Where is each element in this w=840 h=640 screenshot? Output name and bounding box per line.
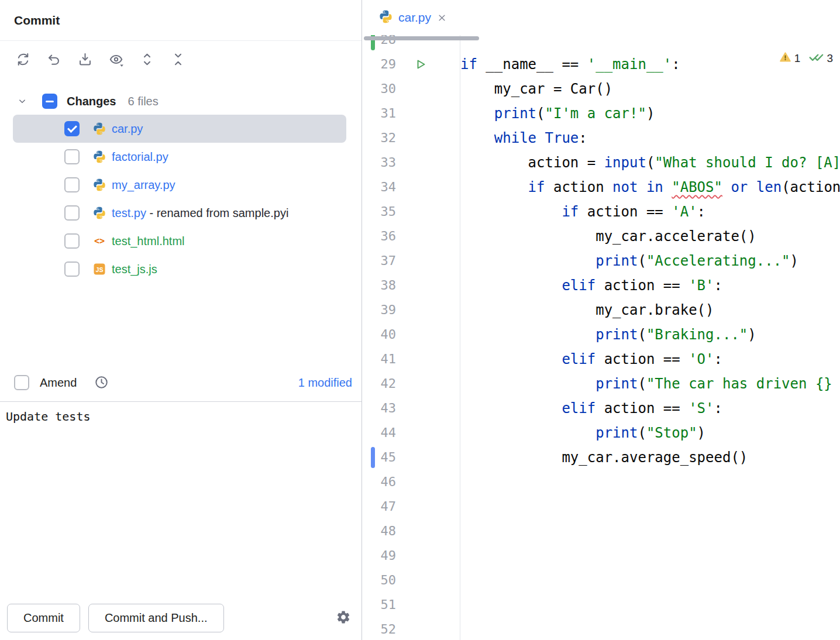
gutter[interactable]: 29 — [362, 52, 460, 77]
line-number[interactable]: 40 — [362, 322, 396, 347]
gutter[interactable]: 52 — [362, 617, 460, 640]
inspection-widget[interactable]: 1 3 — [779, 49, 833, 67]
line-number[interactable]: 32 — [362, 126, 396, 150]
gutter[interactable]: 34 — [362, 175, 460, 199]
warnings-badge[interactable]: 1 — [779, 51, 801, 66]
gutter[interactable]: 36 — [362, 224, 460, 249]
code-line-39[interactable]: 39 my_car.brake() — [362, 298, 840, 322]
line-number[interactable]: 44 — [362, 421, 396, 445]
code-line-41[interactable]: 41 elif action == 'O': — [362, 347, 840, 371]
gutter[interactable]: 41 — [362, 347, 460, 371]
run-icon[interactable] — [414, 57, 428, 71]
file-checkbox[interactable] — [64, 177, 80, 192]
file-row[interactable]: test_html.html — [13, 227, 346, 255]
chevron-down-icon[interactable] — [16, 95, 28, 107]
line-number[interactable]: 47 — [362, 494, 396, 519]
line-number[interactable]: 33 — [362, 150, 396, 175]
file-checkbox[interactable] — [64, 121, 80, 136]
gutter[interactable]: 44 — [362, 421, 460, 445]
code-line-33[interactable]: 33 action = input("What should I do? [A] — [362, 150, 840, 175]
tab-close-icon[interactable] — [436, 12, 447, 23]
line-number[interactable]: 52 — [362, 617, 396, 640]
file-row[interactable]: factorial.py — [13, 143, 346, 171]
gutter[interactable]: 50 — [362, 568, 460, 593]
code-line-38[interactable]: 38 elif action == 'B': — [362, 273, 840, 298]
file-row[interactable]: test_js.js — [13, 255, 346, 283]
gutter[interactable]: 43 — [362, 396, 460, 421]
code-line-31[interactable]: 31 print("I'm a car!") — [362, 101, 840, 126]
line-number[interactable]: 37 — [362, 249, 396, 273]
changes-group-row[interactable]: Changes 6 files — [0, 88, 362, 115]
passed-badge[interactable]: 3 — [808, 49, 833, 67]
line-number[interactable]: 41 — [362, 347, 396, 371]
file-checkbox[interactable] — [64, 261, 80, 277]
file-row[interactable]: my_array.py — [13, 171, 346, 199]
commit-and-push-button[interactable]: Commit and Push... — [88, 604, 224, 632]
line-number[interactable]: 51 — [362, 593, 396, 617]
line-number[interactable]: 50 — [362, 568, 396, 593]
code-line-51[interactable]: 51 — [362, 593, 840, 617]
code-line-48[interactable]: 48 — [362, 519, 840, 543]
line-number[interactable]: 35 — [362, 199, 396, 224]
file-row[interactable]: car.py — [13, 115, 346, 143]
gutter[interactable]: 48 — [362, 519, 460, 543]
gutter[interactable]: 38 — [362, 273, 460, 298]
code-line-40[interactable]: 40 print("Braking...") — [362, 322, 840, 347]
gutter[interactable]: 35 — [362, 199, 460, 224]
code-line-36[interactable]: 36 my_car.accelerate() — [362, 224, 840, 249]
line-number[interactable]: 48 — [362, 519, 396, 543]
collapse-all-icon[interactable] — [169, 50, 187, 68]
file-checkbox[interactable] — [64, 149, 80, 164]
code-line-37[interactable]: 37 print("Accelerating...") — [362, 249, 840, 273]
gutter[interactable]: 45 — [362, 445, 460, 470]
code-line-34[interactable]: 34 if action not in "ABOS" or len(action — [362, 175, 840, 199]
code-line-45[interactable]: 45 my_car.average_speed() — [362, 445, 840, 470]
code-line-30[interactable]: 30 my_car = Car() — [362, 77, 840, 101]
changes-group-checkbox[interactable] — [42, 94, 57, 109]
line-number[interactable]: 29 — [362, 52, 396, 77]
line-number[interactable]: 45 — [362, 445, 396, 470]
code-line-47[interactable]: 47 — [362, 494, 840, 519]
commit-history-icon[interactable] — [93, 374, 109, 391]
file-row[interactable]: test.py - renamed from sample.pyi — [13, 199, 346, 227]
editor-tab-car-py[interactable]: car.py — [369, 0, 455, 35]
gutter[interactable]: 40 — [362, 322, 460, 347]
preview-diff-icon[interactable] — [107, 50, 125, 68]
code-line-32[interactable]: 32 while True: — [362, 126, 840, 150]
commit-message-input[interactable]: Update tests — [0, 401, 362, 604]
code-line-29[interactable]: 29if __name__ == '__main__': — [362, 52, 840, 77]
line-number[interactable]: 31 — [362, 101, 396, 126]
line-number[interactable]: 36 — [362, 224, 396, 249]
amend-checkbox[interactable] — [14, 375, 29, 390]
gutter[interactable]: 46 — [362, 470, 460, 494]
commit-button[interactable]: Commit — [7, 604, 80, 632]
line-number[interactable]: 42 — [362, 371, 396, 396]
gutter[interactable]: 51 — [362, 593, 460, 617]
code-line-46[interactable]: 46 — [362, 470, 840, 494]
refresh-icon[interactable] — [14, 50, 32, 68]
gutter[interactable]: 33 — [362, 150, 460, 175]
file-checkbox[interactable] — [64, 205, 80, 221]
line-number[interactable]: 38 — [362, 273, 396, 298]
gutter[interactable]: 30 — [362, 77, 460, 101]
code-line-35[interactable]: 35 if action == 'A': — [362, 199, 840, 224]
file-checkbox[interactable] — [64, 233, 80, 249]
line-number[interactable]: 34 — [362, 175, 396, 199]
modified-files-link[interactable]: 1 modified — [298, 376, 352, 390]
gutter[interactable]: 32 — [362, 126, 460, 150]
gutter[interactable]: 39 — [362, 298, 460, 322]
line-number[interactable]: 43 — [362, 396, 396, 421]
gutter[interactable]: 49 — [362, 543, 460, 568]
code-line-49[interactable]: 49 — [362, 543, 840, 568]
line-number[interactable]: 49 — [362, 543, 396, 568]
gutter[interactable]: 37 — [362, 249, 460, 273]
expand-all-icon[interactable] — [138, 50, 156, 68]
shelve-icon[interactable] — [76, 50, 94, 68]
code-line-52[interactable]: 52 — [362, 617, 840, 640]
line-number[interactable]: 46 — [362, 470, 396, 494]
code-line-43[interactable]: 43 elif action == 'S': — [362, 396, 840, 421]
code-line-50[interactable]: 50 — [362, 568, 840, 593]
gutter[interactable]: 47 — [362, 494, 460, 519]
line-number[interactable]: 30 — [362, 77, 396, 101]
horizontal-scrollbar-thumb[interactable] — [364, 36, 479, 40]
